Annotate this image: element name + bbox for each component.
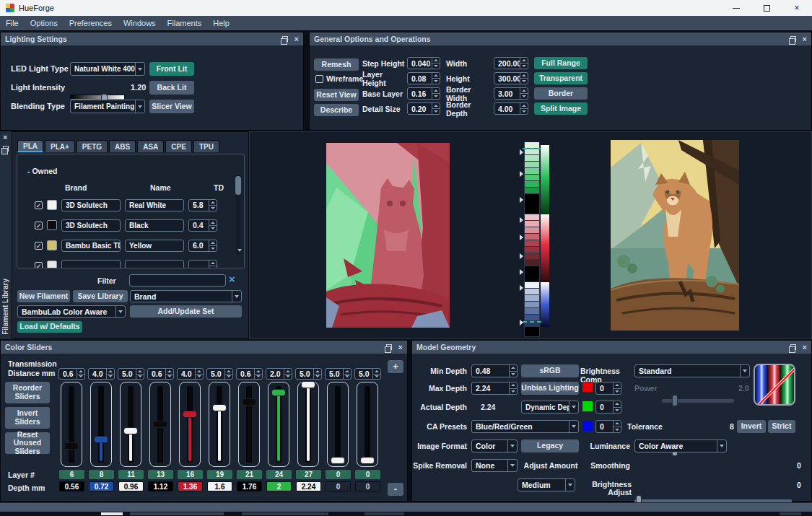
color-chip[interactable]: [524, 162, 540, 168]
color-chip[interactable]: [524, 214, 540, 221]
blending-type-select[interactable]: Filament Painting: [70, 100, 145, 113]
scrollbar-thumb[interactable]: [235, 176, 241, 195]
slider-track[interactable]: [179, 382, 201, 467]
spin-arrows-icon[interactable]: [195, 369, 203, 379]
color-chip[interactable]: [524, 188, 540, 194]
menu-item[interactable]: Windows: [118, 19, 162, 27]
param-spinbox[interactable]: 0.040: [407, 57, 440, 69]
stack-marker[interactable]: [520, 253, 523, 259]
color-chip[interactable]: [524, 168, 540, 175]
wireframe-checkbox[interactable]: [315, 75, 323, 83]
filament-type-tab[interactable]: PLA: [17, 140, 43, 152]
spin-arrows-icon[interactable]: [209, 261, 217, 269]
menu-item[interactable]: Options: [25, 19, 64, 27]
slider-handle[interactable]: [301, 381, 315, 388]
filament-enabled-checkbox[interactable]: ✓: [35, 201, 43, 209]
stack-top-selector[interactable]: [523, 148, 541, 149]
param-spinbox[interactable]: 4.00: [494, 102, 528, 115]
filament-td-spinbox[interactable]: 6.0: [188, 240, 217, 252]
stack-marker[interactable]: [520, 269, 523, 275]
stack-marker[interactable]: [520, 285, 523, 291]
param-spinbox[interactable]: 0.16: [407, 87, 440, 100]
filament-type-tab[interactable]: CPE: [165, 140, 192, 152]
float-panel-icon[interactable]: [282, 36, 288, 42]
color-chip[interactable]: [524, 289, 540, 295]
viewport[interactable]: [249, 131, 812, 339]
stack-marker[interactable]: [520, 149, 523, 155]
color-chip[interactable]: [524, 227, 540, 234]
close-panel-icon[interactable]: ×: [398, 344, 403, 351]
stack-marker[interactable]: [520, 197, 523, 203]
td-spinbox[interactable]: 0.6: [236, 368, 263, 380]
spin-arrows-icon[interactable]: [613, 382, 621, 394]
spin-arrows-icon[interactable]: [372, 369, 380, 379]
param-spinbox[interactable]: 300.00: [494, 72, 528, 84]
blue-channel-spinbox[interactable]: 0: [595, 420, 621, 433]
slider-track[interactable]: [209, 382, 230, 467]
color-chip[interactable]: [524, 155, 540, 162]
slider-track[interactable]: [238, 382, 260, 467]
spin-arrows-icon[interactable]: [254, 369, 262, 379]
reorder-sliders-button[interactable]: Reorder Sliders: [5, 382, 50, 403]
color-chip[interactable]: [524, 282, 540, 289]
filament-color-swatch[interactable]: [47, 220, 57, 230]
maximize-button[interactable]: [751, 0, 782, 16]
color-chip[interactable]: [524, 295, 540, 302]
filament-brand-field[interactable]: [61, 260, 121, 269]
save-library-button[interactable]: Save Library: [73, 290, 128, 302]
filament-brand-field[interactable]: Bambu Basic TD1: [61, 240, 121, 252]
spin-arrows-icon[interactable]: [106, 369, 114, 379]
new-filament-button[interactable]: New Filament: [17, 290, 70, 302]
float-panel-icon[interactable]: [386, 344, 392, 350]
color-chip[interactable]: [524, 194, 540, 214]
close-button[interactable]: ×: [782, 0, 812, 16]
spin-arrows-icon[interactable]: [209, 200, 217, 211]
stack-marker[interactable]: [520, 235, 523, 240]
filament-enabled-checkbox[interactable]: ✓: [35, 222, 43, 229]
filament-name-field[interactable]: Yellow: [125, 240, 184, 252]
slider-handle[interactable]: [360, 457, 375, 464]
slider-handle[interactable]: [64, 442, 79, 450]
spin-arrows-icon[interactable]: [224, 369, 232, 379]
slider-track[interactable]: [120, 382, 141, 467]
td-spinbox[interactable]: 4.0: [88, 368, 115, 380]
td-spinbox[interactable]: 0.6: [147, 368, 174, 380]
filament-type-tab[interactable]: PETG: [77, 140, 108, 152]
close-panel-icon[interactable]: ×: [803, 344, 807, 351]
spin-arrows-icon[interactable]: [343, 369, 351, 379]
color-chip[interactable]: [524, 149, 540, 155]
spin-arrows-icon[interactable]: [432, 88, 440, 99]
filament-name-field[interactable]: Real White: [125, 199, 184, 211]
filament-color-swatch[interactable]: [47, 261, 57, 268]
color-chip[interactable]: [524, 175, 540, 181]
filament-name-field[interactable]: Black: [125, 219, 184, 232]
remove-slider-button[interactable]: -: [388, 483, 403, 496]
close-panel-icon[interactable]: ×: [3, 134, 7, 141]
float-panel-icon[interactable]: [790, 36, 796, 42]
color-set-select[interactable]: BambuLab Color Aware: [17, 305, 126, 318]
spin-arrows-icon[interactable]: [209, 220, 217, 231]
color-chip[interactable]: [524, 302, 540, 308]
filament-color-swatch[interactable]: [47, 240, 57, 250]
filament-type-tab[interactable]: PLA+: [45, 140, 75, 152]
scroll-down-icon[interactable]: [237, 252, 242, 265]
spike-removal-select[interactable]: None: [471, 459, 518, 472]
brightness-comp-select[interactable]: Standard: [634, 364, 750, 377]
td-spinbox[interactable]: 5.0: [118, 368, 144, 380]
filament-type-tab[interactable]: TPU: [193, 140, 219, 152]
spin-arrows-icon[interactable]: [313, 369, 321, 379]
td-spinbox[interactable]: 2.0: [266, 368, 292, 380]
slider-track[interactable]: [61, 382, 82, 467]
filament-enabled-checkbox[interactable]: ✓: [35, 262, 43, 269]
td-spinbox[interactable]: 0.6: [58, 368, 85, 380]
color-chip[interactable]: [524, 260, 540, 266]
slider-handle[interactable]: [123, 427, 138, 434]
filament-scrollbar[interactable]: [235, 175, 241, 255]
action-button[interactable]: Transparent: [534, 72, 588, 84]
menu-item[interactable]: Help: [207, 19, 235, 27]
color-chip[interactable]: [524, 253, 540, 260]
slider-track[interactable]: [297, 382, 319, 467]
minimize-button[interactable]: [721, 0, 751, 16]
spin-arrows-icon[interactable]: [432, 58, 440, 69]
color-chip[interactable]: [524, 240, 540, 247]
